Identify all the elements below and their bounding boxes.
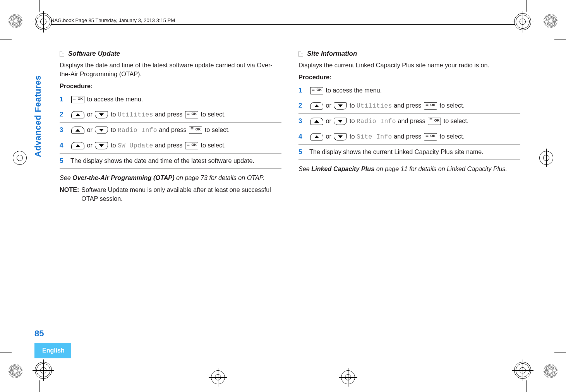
registration-mark-icon <box>514 362 531 379</box>
note-label: NOTE: <box>60 185 79 203</box>
step-number: 5 <box>60 156 65 166</box>
registration-mark-icon <box>539 151 553 165</box>
crop-mark <box>554 353 566 353</box>
ref-post: on page 73 for details on OTAP. <box>175 174 264 181</box>
step-number: 4 <box>60 141 65 150</box>
step-4: 4 or to Site Info and press to select. <box>298 129 520 145</box>
step-text: and press <box>392 133 423 140</box>
ok-key-icon <box>428 118 441 125</box>
ok-key-icon <box>424 133 437 140</box>
registration-mark-icon <box>13 151 27 165</box>
step-number: 4 <box>298 132 304 141</box>
step-5: 5 The display shows the date and time of… <box>60 154 281 169</box>
ref-title: Over-the-Air Programming (OTAP) <box>72 174 174 181</box>
step-text: and press <box>396 117 427 124</box>
section-heading: Software Update <box>60 49 281 58</box>
step-text: or <box>85 111 94 118</box>
step-text: The display shows the date and time of t… <box>70 156 281 165</box>
step-text: and press <box>153 111 184 118</box>
step-text: to <box>348 102 357 109</box>
step-3: 3 or to Radio Info and press to select. <box>298 114 520 129</box>
registration-mark-icon <box>211 370 225 384</box>
step-text: and press <box>157 126 188 133</box>
menu-name: Utilities <box>357 103 392 110</box>
down-key-icon <box>334 102 347 110</box>
step-1: 1 to access the menu. <box>60 92 281 107</box>
crop-mark <box>527 380 527 392</box>
intro-text: Displays the current Linked Capacity Plu… <box>298 61 520 70</box>
step-body: or to Utilities and press to select. <box>70 110 281 120</box>
step-4: 4 or to SW Update and press to select. <box>60 138 281 154</box>
heading-text: Site Information <box>307 49 357 58</box>
sunburst-icon <box>9 14 22 28</box>
reference-text: See Over-the-Air Programming (OTAP) on p… <box>60 173 281 182</box>
reference-text: See Linked Capacity Plus on page 11 for … <box>298 164 520 173</box>
up-key-icon <box>310 133 323 140</box>
registration-mark-icon <box>35 13 52 30</box>
step-text: to select. <box>438 102 465 109</box>
sunburst-icon <box>544 14 557 28</box>
up-key-icon <box>310 102 323 110</box>
step-5: 5 The display shows the current Linked C… <box>298 145 520 160</box>
step-text: to <box>109 142 118 149</box>
ok-key-icon <box>189 127 202 134</box>
step-text: to <box>348 133 357 140</box>
step-text: to access the menu. <box>85 96 143 103</box>
ok-key-icon <box>71 96 84 103</box>
ok-key-icon <box>185 142 198 149</box>
crop-mark <box>0 353 12 353</box>
menu-name: Radio Info <box>357 118 396 125</box>
step-number: 2 <box>60 110 65 119</box>
step-2: 2 or to Utilities and press to select. <box>298 98 520 114</box>
step-text: and press <box>392 102 423 109</box>
step-body: to access the menu. <box>70 95 281 104</box>
intro-text: Displays the date and time of the latest… <box>60 61 281 79</box>
heading-text: Software Update <box>68 49 120 58</box>
page-number: 85 <box>34 329 44 339</box>
step-number: 1 <box>298 86 304 95</box>
procedure-label: Procedure: <box>60 82 281 91</box>
ok-key-icon <box>424 102 437 110</box>
step-text: or <box>85 142 94 149</box>
step-number: 3 <box>60 125 65 135</box>
step-number: 5 <box>298 147 304 157</box>
step-number: 1 <box>60 95 65 104</box>
step-text: and press <box>153 142 184 149</box>
step-text: The display shows the current Linked Cap… <box>309 147 520 156</box>
up-key-icon <box>71 127 84 134</box>
step-number: 3 <box>298 116 304 126</box>
sunburst-icon <box>9 364 22 378</box>
step-text: to select. <box>203 126 230 133</box>
step-text: to <box>109 111 118 118</box>
step-body: or to Radio Info and press to select. <box>309 116 520 126</box>
step-text: to <box>109 126 118 133</box>
language-label: English <box>42 347 65 354</box>
crop-mark <box>39 380 39 392</box>
section-heading: Site Information <box>298 49 520 58</box>
crop-mark <box>527 0 527 12</box>
ok-key-icon <box>185 111 198 118</box>
note-text: Software Update menu is only available a… <box>81 185 281 203</box>
section-label: Advanced Features <box>33 37 43 157</box>
menu-name: Site Info <box>357 134 392 140</box>
ref-post: on page 11 for details on Linked Capacit… <box>374 165 507 172</box>
right-column: Site Information Displays the current Li… <box>298 49 520 203</box>
left-column: Software Update Displays the date and ti… <box>60 49 281 203</box>
registration-mark-icon <box>35 362 52 379</box>
document-icon <box>60 51 64 57</box>
note-block: NOTE: Software Update menu is only avail… <box>60 185 281 203</box>
down-key-icon <box>95 111 108 118</box>
registration-mark-icon <box>514 13 531 30</box>
ref-pre: See <box>298 165 311 172</box>
content-area: Software Update Displays the date and ti… <box>60 49 520 203</box>
down-key-icon <box>95 127 108 134</box>
step-body: or to Radio Info and press to select. <box>70 125 281 135</box>
document-icon <box>298 51 303 57</box>
ok-key-icon <box>310 87 323 94</box>
step-number: 2 <box>298 101 304 110</box>
page-header: NAG.book Page 85 Thursday, January 3, 20… <box>51 17 175 23</box>
procedure-label: Procedure: <box>298 73 520 82</box>
ref-title: Linked Capacity Plus <box>311 165 374 172</box>
step-text: to select. <box>199 111 226 118</box>
step-text: to access the menu. <box>324 87 382 94</box>
